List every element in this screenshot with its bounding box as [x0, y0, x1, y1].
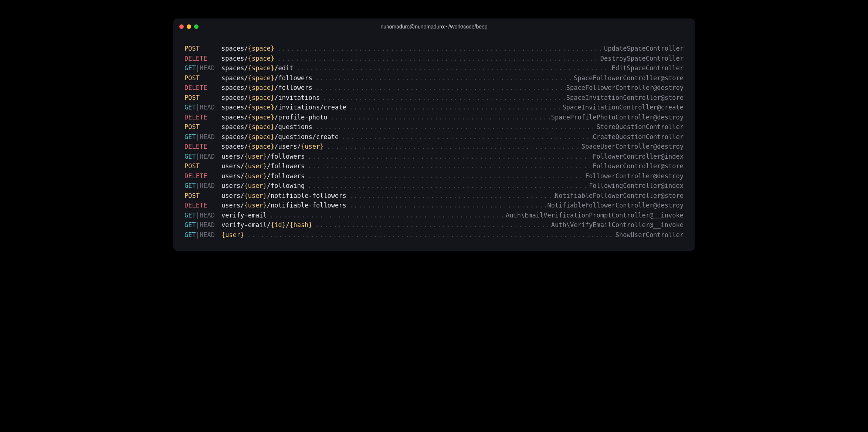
- route-path: users/{user}/notifiable-followers: [221, 191, 346, 201]
- route-param: {space}: [248, 143, 275, 150]
- method-head: HEAD: [200, 212, 215, 219]
- http-method: DELETE: [184, 54, 221, 64]
- route-line: DELETEusers/{user}/followersFollowerCont…: [184, 171, 684, 181]
- route-param: {space}: [248, 123, 275, 131]
- method-get: GET: [184, 182, 196, 189]
- method-delete: DELETE: [184, 143, 207, 150]
- route-path-segment: /: [286, 221, 289, 229]
- route-path: spaces/{space}/profile-photo: [221, 112, 328, 122]
- route-path: spaces/{space}/followers: [221, 83, 312, 93]
- route-path-segment: users/: [221, 162, 244, 170]
- maximize-icon[interactable]: [194, 24, 199, 29]
- route-line: POSTusers/{user}/followersFollowerContro…: [184, 161, 684, 171]
- method-post: POST: [184, 162, 200, 170]
- controller-name: FollowerController@destroy: [585, 171, 684, 181]
- controller-name: FollowerController@store: [593, 161, 684, 171]
- route-path: spaces/{space}: [221, 44, 274, 54]
- minimize-icon[interactable]: [187, 24, 191, 29]
- dots-filler: [244, 230, 615, 240]
- route-line: POSTspaces/{space}/questionsStoreQuestio…: [184, 122, 684, 132]
- route-path-segment: /edit: [274, 64, 293, 72]
- route-line: GET|HEAD{user}ShowUserController: [184, 230, 684, 240]
- route-path-segment: spaces/: [221, 143, 248, 150]
- dots-filler: [274, 44, 604, 54]
- http-method: GET|HEAD: [184, 220, 221, 230]
- route-line: GET|HEADverify-emailAuth\EmailVerificati…: [184, 210, 684, 220]
- route-path: users/{user}/following: [221, 181, 305, 191]
- titlebar: nunomaduro@nunomaduro:~/Work/code/beep: [173, 18, 695, 35]
- controller-name: SpaceFollowerController@destroy: [566, 83, 684, 93]
- route-line: POSTspaces/{space}UpdateSpaceController: [184, 44, 684, 54]
- dots-filler: [305, 181, 589, 191]
- method-head: HEAD: [200, 221, 215, 229]
- method-head: HEAD: [200, 231, 215, 239]
- route-param: {user}: [244, 182, 267, 189]
- close-icon[interactable]: [179, 24, 184, 29]
- controller-name: UpdateSpaceController: [604, 44, 684, 54]
- terminal-window: nunomaduro@nunomaduro:~/Work/code/beep P…: [173, 18, 695, 251]
- controller-name: CreateQuestionController: [593, 132, 684, 142]
- route-line: GET|HEADverify-email/{id}/{hash}Auth\Ver…: [184, 220, 684, 230]
- route-line: GET|HEADspaces/{space}/questions/createC…: [184, 132, 684, 142]
- method-head: HEAD: [200, 104, 215, 111]
- controller-name: SpaceProfilePhotoController@destroy: [551, 112, 684, 122]
- dots-filler: [346, 191, 555, 201]
- controller-name: EditSpaceController: [612, 63, 684, 73]
- route-path: spaces/{space}/questions: [221, 122, 312, 132]
- dots-filler: [346, 102, 563, 112]
- dots-filler: [267, 210, 506, 220]
- route-path: spaces/{space}/invitations/create: [221, 102, 346, 112]
- controller-name: SpaceFollowerController@store: [574, 73, 684, 83]
- route-path-segment: spaces/: [221, 74, 248, 82]
- http-method: POST: [184, 44, 221, 54]
- http-method: POST: [184, 191, 221, 201]
- route-path-segment: /followers: [274, 74, 312, 82]
- dots-filler: [305, 171, 585, 181]
- route-path-segment: users/: [221, 172, 244, 180]
- route-param: {space}: [248, 74, 275, 82]
- method-post: POST: [184, 123, 200, 131]
- method-separator: |: [196, 153, 200, 160]
- route-path-segment: /questions/create: [274, 133, 339, 141]
- controller-name: DestroySpaceController: [600, 54, 684, 64]
- http-method: POST: [184, 122, 221, 132]
- route-path-segment: /invitations/create: [274, 104, 346, 111]
- method-post: POST: [184, 192, 200, 199]
- route-path: spaces/{space}/edit: [221, 63, 294, 73]
- method-head: HEAD: [200, 182, 215, 189]
- dots-filler: [305, 152, 593, 162]
- method-post: POST: [184, 94, 200, 101]
- controller-name: NotifiableFollowerController@store: [555, 191, 684, 201]
- controller-name: SpaceUserController@destroy: [582, 142, 684, 152]
- controller-name: Auth\EmailVerificationPromptController@_…: [506, 210, 684, 220]
- route-param: {hash}: [289, 221, 312, 229]
- route-path: verify-email: [221, 210, 267, 220]
- method-get: GET: [184, 64, 196, 72]
- route-path: spaces/{space}/followers: [221, 73, 312, 83]
- method-separator: |: [196, 231, 200, 239]
- route-line: POSTspaces/{space}/invitationsSpaceInvit…: [184, 93, 684, 103]
- dots-filler: [339, 132, 593, 142]
- route-path-segment: /followers: [267, 162, 305, 170]
- route-path-segment: spaces/: [221, 55, 248, 62]
- route-param: {space}: [248, 55, 275, 62]
- method-delete: DELETE: [184, 84, 207, 91]
- method-delete: DELETE: [184, 172, 207, 180]
- route-param: {space}: [248, 133, 275, 141]
- http-method: GET|HEAD: [184, 102, 221, 112]
- route-param: {user}: [244, 162, 267, 170]
- route-path-segment: users/: [221, 202, 244, 209]
- controller-name: ShowUserController: [616, 230, 684, 240]
- route-path: users/{user}/followers: [221, 171, 305, 181]
- dots-filler: [312, 220, 551, 230]
- method-separator: |: [196, 221, 200, 229]
- http-method: DELETE: [184, 200, 221, 210]
- route-path-segment: /followers: [274, 84, 312, 91]
- method-get: GET: [184, 212, 196, 219]
- method-head: HEAD: [200, 153, 215, 160]
- route-path-segment: spaces/: [221, 84, 248, 91]
- dots-filler: [294, 63, 612, 73]
- route-line: GET|HEADspaces/{space}/invitations/creat…: [184, 102, 684, 112]
- route-path-segment: spaces/: [221, 133, 248, 141]
- route-param: {user}: [244, 192, 267, 199]
